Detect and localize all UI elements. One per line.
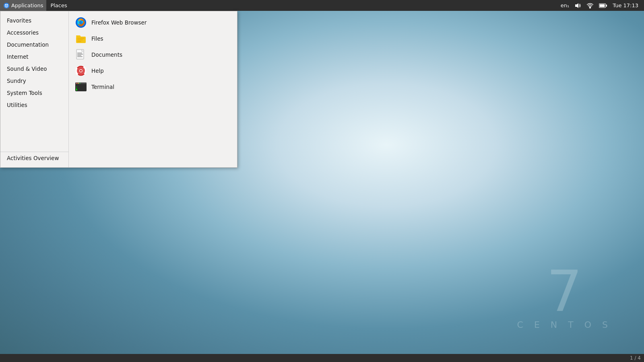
svg-text:█: █ [76, 88, 77, 90]
svg-point-30 [76, 83, 77, 84]
svg-point-31 [78, 83, 79, 84]
firefox-icon-container [75, 17, 87, 28]
category-documentation[interactable]: Documentation [0, 39, 68, 51]
gnome-foot-icon [3, 2, 10, 9]
svg-rect-14 [77, 38, 85, 39]
volume-icon [575, 3, 581, 8]
svg-text:$ _: $ _ [76, 86, 80, 88]
documents-label: Documents [91, 51, 122, 58]
app-terminal[interactable]: $ _ █ Terminal [69, 79, 237, 95]
panel-right: en₁ [559, 0, 644, 11]
svg-rect-16 [77, 41, 81, 42]
category-utilities[interactable]: Utilities [0, 99, 68, 111]
svg-point-32 [79, 83, 80, 84]
menu-categories: Favorites Accessories Documentation Inte… [0, 11, 69, 167]
centos-name: C E N T O S [517, 320, 612, 330]
menu-apps: Firefox Web Browser Files [69, 11, 237, 167]
battery-button[interactable] [597, 0, 609, 11]
app-menu-popup: Favorites Accessories Documentation Inte… [0, 11, 237, 168]
workspace-indicator: 1 / 4 [630, 355, 641, 361]
svg-rect-21 [77, 56, 83, 57]
terminal-label: Terminal [91, 84, 114, 90]
help-icon [76, 66, 86, 76]
svg-point-2 [5, 4, 6, 5]
battery-icon [599, 3, 607, 8]
centos-watermark: 7 C E N T O S [517, 263, 612, 330]
help-label: Help [91, 68, 104, 74]
category-internet[interactable]: Internet [0, 51, 68, 63]
firefox-icon [75, 17, 87, 28]
files-icon [75, 33, 87, 44]
desktop: Applications Places en₁ [0, 0, 644, 362]
help-icon-container [75, 65, 87, 76]
centos-version-number: 7 [517, 263, 612, 320]
svg-rect-20 [77, 55, 81, 56]
locale-text: en₁ [561, 2, 569, 8]
svg-point-12 [79, 21, 83, 24]
svg-point-27 [80, 70, 82, 72]
svg-point-3 [7, 4, 8, 5]
files-icon-container [75, 33, 87, 44]
category-sound-video[interactable]: Sound & Video [0, 63, 68, 75]
svg-marker-4 [575, 3, 578, 8]
firefox-label: Firefox Web Browser [91, 19, 147, 26]
locale-indicator[interactable]: en₁ [559, 0, 571, 11]
network-button[interactable] [585, 0, 595, 11]
documents-icon [76, 49, 86, 60]
applications-label: Applications [11, 2, 43, 8]
datetime-text: Tue 17:13 [613, 2, 638, 8]
svg-rect-8 [600, 4, 605, 7]
app-help[interactable]: Help [69, 63, 237, 79]
volume-button[interactable] [573, 0, 583, 11]
app-files[interactable]: Files [69, 31, 237, 47]
category-system-tools[interactable]: System Tools [0, 87, 68, 99]
bottom-bar: 1 / 4 [0, 354, 644, 362]
places-menu-button[interactable]: Places [46, 0, 71, 11]
terminal-icon: $ _ █ [75, 82, 87, 91]
network-icon [587, 3, 593, 8]
svg-rect-5 [589, 7, 591, 8]
svg-rect-7 [606, 4, 607, 6]
places-label: Places [50, 2, 67, 8]
files-label: Files [91, 35, 103, 42]
applications-menu-button[interactable]: Applications [0, 0, 46, 11]
datetime-display[interactable]: Tue 17:13 [611, 0, 640, 11]
category-favorites[interactable]: Favorites [0, 14, 68, 27]
category-sundry[interactable]: Sundry [0, 75, 68, 87]
app-documents[interactable]: Documents [69, 47, 237, 63]
svg-rect-15 [77, 39, 83, 40]
documents-icon-container [75, 49, 87, 60]
svg-rect-18 [77, 53, 82, 53]
category-accessories[interactable]: Accessories [0, 27, 68, 39]
terminal-icon-container: $ _ █ [75, 81, 87, 93]
activities-overview-button[interactable]: Activities Overview [0, 152, 68, 164]
app-firefox[interactable]: Firefox Web Browser [69, 14, 237, 31]
svg-rect-19 [77, 54, 83, 55]
panel-left: Applications Places [0, 0, 71, 11]
top-panel: Applications Places en₁ [0, 0, 644, 11]
